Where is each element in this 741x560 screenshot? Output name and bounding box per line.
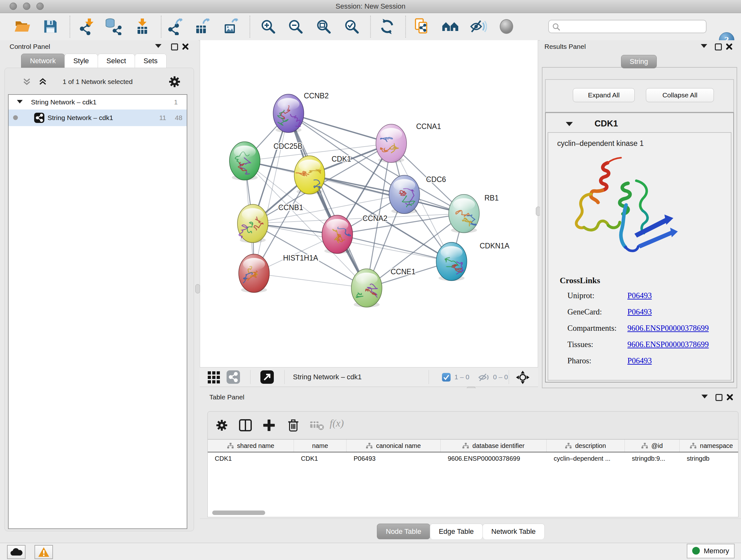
collection-collapse-icon[interactable]	[17, 100, 23, 104]
memory-button[interactable]: Memory	[687, 544, 735, 558]
edge-CCNB2-CCNA1[interactable]	[288, 113, 391, 143]
cell-shared-name[interactable]: CDK1	[208, 452, 294, 464]
cloud-status-button[interactable]	[7, 545, 25, 559]
table-gear-icon[interactable]	[216, 420, 227, 431]
detach-view-icon[interactable]	[260, 370, 274, 384]
table-row[interactable]: CDK1CDK1P064939606.ENSP00000378699cyclin…	[208, 452, 738, 464]
window-minimize-button[interactable]	[23, 3, 30, 10]
node-CDK1[interactable]	[294, 156, 325, 194]
results-panel-float-icon[interactable]	[715, 44, 722, 51]
network-view-icon[interactable]	[226, 370, 240, 384]
edge-CCNB2-HIST1H1A[interactable]	[254, 113, 288, 273]
export-image-button[interactable]	[223, 18, 239, 35]
table-panel-float-icon[interactable]	[716, 394, 723, 401]
delete-column-icon[interactable]	[287, 419, 299, 432]
network-options-gear-icon[interactable]	[169, 76, 180, 87]
function-builder-icon[interactable]: f(x)	[330, 417, 344, 429]
hidden-eye-icon[interactable]	[478, 373, 489, 383]
selected-checkbox-icon[interactable]	[442, 373, 451, 381]
clone-network-button[interactable]	[414, 18, 431, 35]
zoom-selected-button[interactable]	[343, 18, 360, 35]
tab-edge-table[interactable]: Edge Table	[430, 523, 483, 539]
cell-description[interactable]: cyclin–dependent ...	[547, 452, 625, 464]
protein-description: cyclin–dependent kinase 1	[557, 139, 644, 148]
grid-view-icon[interactable]	[207, 371, 220, 384]
node-RB1[interactable]	[449, 194, 479, 233]
column-header-database-identifier[interactable]: database identifier	[441, 440, 547, 452]
column-header-description[interactable]: description	[547, 440, 625, 452]
warnings-button[interactable]	[35, 545, 53, 559]
crosslink-link[interactable]: P06493	[627, 356, 652, 365]
protein-collapse-icon[interactable]	[566, 122, 573, 126]
crosslink-link[interactable]: 9606.ENSP00000378699	[627, 324, 709, 333]
tab-network-table[interactable]: Network Table	[482, 523, 545, 539]
column-header-name[interactable]: name	[294, 440, 347, 452]
import-network-database-button[interactable]	[105, 18, 122, 35]
import-network-file-button[interactable]	[78, 18, 95, 35]
table-panel-menu-icon[interactable]	[701, 395, 708, 398]
node-CCNB1[interactable]	[238, 204, 268, 243]
node-CDKN1A[interactable]	[436, 242, 467, 281]
network-collection-row[interactable]: String Network – cdk1 1	[9, 95, 187, 110]
node-CCNA1[interactable]	[376, 124, 407, 163]
edge-HIST1H1A-CCNE1[interactable]	[254, 273, 367, 288]
control-panel-float-icon[interactable]	[171, 44, 178, 51]
window-close-button[interactable]	[10, 3, 17, 10]
cell-namespace[interactable]: stringdb	[680, 452, 738, 464]
node-HIST1H1A[interactable]	[239, 254, 269, 293]
delete-table-icon[interactable]	[310, 420, 324, 430]
expand-all-button[interactable]: Expand All	[573, 88, 635, 102]
collapse-all-button[interactable]: Collapse All	[646, 88, 714, 102]
tab-style[interactable]: Style	[64, 54, 98, 68]
show-hide-graphics-details-button[interactable]	[470, 18, 487, 35]
network-graph[interactable]: CCNB2CCNA1CDC25BCDK1CDC6RB1CCNB1CCNA2CDK…	[200, 40, 538, 367]
network-row-selected[interactable]: String Network – cdk1 11 48	[9, 110, 187, 126]
results-panel-close-icon[interactable]	[726, 43, 733, 50]
control-panel-menu-icon[interactable]	[155, 44, 161, 48]
export-table-button[interactable]	[194, 18, 211, 35]
horizontal-scrollbar[interactable]	[212, 510, 265, 515]
column-header-shared-name[interactable]: shared name	[208, 440, 294, 452]
crosslink-link[interactable]: P06493	[627, 307, 652, 316]
control-panel-close-icon[interactable]	[182, 43, 189, 50]
node-CDC6[interactable]	[389, 175, 420, 214]
node-CCNE1[interactable]	[351, 269, 382, 307]
tab-network[interactable]: Network	[21, 54, 65, 68]
column-header-canonical-name[interactable]: canonical name	[347, 440, 441, 452]
edge-CCNA2-CDKN1A[interactable]	[337, 234, 452, 261]
import-table-file-button[interactable]	[134, 18, 151, 35]
cell-canonical-name[interactable]: P06493	[347, 452, 441, 464]
add-column-icon[interactable]	[263, 420, 275, 431]
tab-string[interactable]: String	[621, 55, 657, 68]
cell-database-identifier[interactable]: 9606.ENSP00000378699	[441, 452, 547, 464]
zoom-out-button[interactable]	[287, 18, 304, 35]
crosslink-link[interactable]: 9606.ENSP00000378699	[627, 340, 709, 349]
tab-node-table[interactable]: Node Table	[377, 523, 430, 539]
cell-name[interactable]: CDK1	[294, 452, 347, 464]
window-zoom-button[interactable]	[37, 3, 44, 10]
results-panel-menu-icon[interactable]	[701, 44, 707, 48]
table-panel-close-icon[interactable]	[726, 394, 733, 401]
cell-@id[interactable]: stringdb:9...	[625, 452, 680, 464]
export-network-button[interactable]	[167, 18, 184, 35]
node-CCNA2[interactable]	[322, 215, 353, 254]
birds-eye-view-icon[interactable]	[516, 370, 530, 384]
update-network-button[interactable]	[379, 18, 395, 35]
tab-sets[interactable]: Sets	[135, 54, 166, 68]
zoom-fit-content-button[interactable]	[315, 18, 332, 35]
save-session-button[interactable]	[43, 18, 58, 35]
open-session-button[interactable]	[14, 18, 31, 35]
column-header-namespace[interactable]: namespace	[680, 440, 738, 452]
network-canvas[interactable]: CCNB2CCNA1CDC25BCDK1CDC6RB1CCNB1CCNA2CDK…	[200, 40, 538, 367]
first-neighbors-button[interactable]	[442, 19, 459, 34]
search-input[interactable]	[563, 21, 704, 33]
level-of-detail-button[interactable]	[500, 19, 513, 34]
node-CDC25B[interactable]	[229, 142, 260, 180]
left-splitter-handle[interactable]	[195, 284, 200, 294]
crosslink-link[interactable]: P06493	[627, 291, 652, 300]
zoom-in-button[interactable]	[260, 18, 276, 35]
show-columns-icon[interactable]	[239, 419, 252, 431]
column-header-@id[interactable]: @id	[625, 440, 680, 452]
tab-select[interactable]: Select	[98, 54, 135, 68]
node-CCNB2[interactable]	[273, 94, 304, 133]
